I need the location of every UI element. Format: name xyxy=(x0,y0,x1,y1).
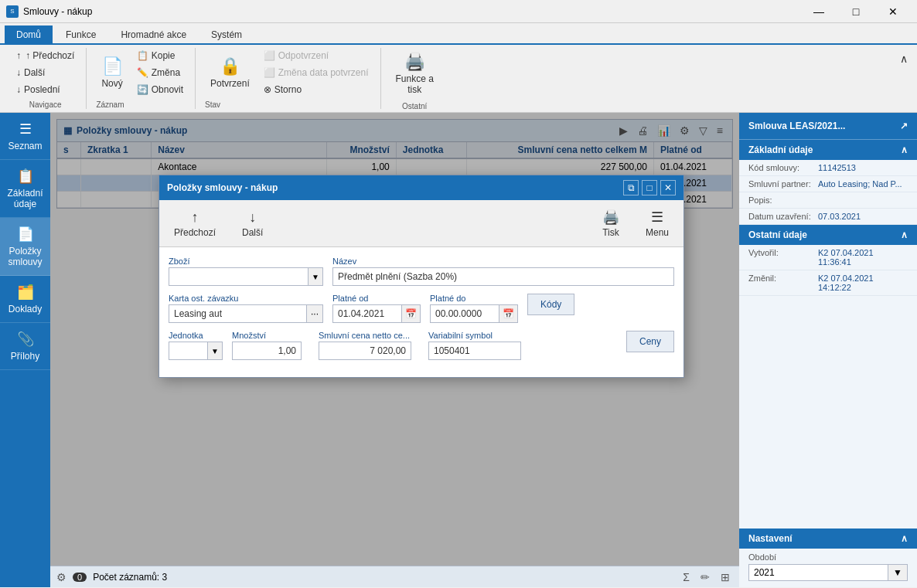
zbozi-input[interactable] xyxy=(169,267,309,286)
rp-obdobi-label-row: Období xyxy=(739,549,917,564)
predchozi-icon: ↑ xyxy=(192,209,199,226)
modal-restore-button[interactable]: ⧉ xyxy=(623,180,639,195)
mnozstvi-input[interactable] xyxy=(232,342,302,360)
status-export-btn[interactable]: ⊞ xyxy=(718,569,733,585)
platne-od-calendar-btn[interactable]: 📅 xyxy=(402,304,421,323)
zbozi-chevron[interactable]: ▼ xyxy=(309,267,323,286)
sidebar-item-polozky[interactable]: 📄 Položkysmlouvy xyxy=(0,218,50,276)
karta-label: Karta ost. závazku xyxy=(169,294,323,303)
rp-zakladni-header: Základní údaje ∧ xyxy=(739,140,917,160)
sidebar-item-prilohy[interactable]: 📎 Přílohy xyxy=(0,323,50,370)
title-bar: S Smlouvy - nákup — □ ✕ xyxy=(0,0,917,23)
rp-title: Smlouva LEAS/2021... ↗ xyxy=(739,113,917,140)
sidebar-item-zakladni[interactable]: 📋 Základníúdaje xyxy=(0,160,50,218)
predchozi-button[interactable]: ↑ ↑ Předchozí xyxy=(11,48,80,63)
rp-vytvoril-label: Vytvořil: xyxy=(748,248,818,257)
ribbon-group-zaznam: 📄 Nový 📋 Kopie ✏️ Změna 🔄 Obnovit Záznam xyxy=(90,48,196,109)
rp-nastaveni-title: Nastavení xyxy=(748,533,793,544)
modal-close-button[interactable]: ✕ xyxy=(660,180,676,195)
platne-od-input[interactable] xyxy=(332,304,402,323)
rp-nastaveni-collapse[interactable]: ∧ xyxy=(901,533,908,544)
zmena-data-button[interactable]: ⬜ Změna data potvrzení xyxy=(258,65,374,80)
zakladni-icon: 📋 xyxy=(17,168,34,185)
jednotka-chevron[interactable]: ▼ xyxy=(208,342,223,360)
rp-ostatni-header: Ostatní údaje ∧ xyxy=(739,225,917,245)
var-symbol-input[interactable] xyxy=(428,342,521,360)
minimize-button[interactable]: — xyxy=(801,0,837,23)
funkce-tisk-button[interactable]: 🖨️ Funkce atisk xyxy=(390,48,439,99)
jednotka-input[interactable] xyxy=(169,342,208,360)
tisk-icon: 🖨️ xyxy=(404,52,425,72)
platne-do-input[interactable] xyxy=(430,304,499,323)
right-panel: Smlouva LEAS/2021... ↗ Základní údaje ∧ … xyxy=(739,113,917,587)
tab-funkce[interactable]: Funkce xyxy=(54,25,107,43)
status-text: Počet záznamů: 3 xyxy=(93,572,167,583)
tab-domu[interactable]: Domů xyxy=(5,25,53,43)
maximize-button[interactable]: □ xyxy=(838,0,874,23)
rp-row-datum: Datum uzavření: 07.03.2021 xyxy=(739,209,917,225)
rp-row-zmenil: Změnil: K2 07.04.2021 14:12:22 xyxy=(739,270,917,296)
obdobi-input[interactable] xyxy=(749,565,888,580)
modal-predchozi-button[interactable]: ↑ Předchozí xyxy=(167,206,223,242)
kopie-button[interactable]: 📋 Kopie xyxy=(131,48,189,63)
rp-ostatni-collapse[interactable]: ∧ xyxy=(901,229,908,240)
ceny-button[interactable]: Ceny xyxy=(626,331,674,352)
form-group-zbozi: Zboží ▼ xyxy=(169,257,323,286)
karta-input[interactable] xyxy=(169,304,307,323)
rp-section-nastaveni: Nastavení ∧ Období ▼ xyxy=(739,529,917,587)
cena-input[interactable] xyxy=(319,342,411,360)
rp-obdobi-select-row: ▼ xyxy=(739,564,917,587)
zbozi-input-wrapper: ▼ xyxy=(169,267,323,286)
form-row-1: Zboží ▼ Název xyxy=(169,257,674,286)
zmena-button[interactable]: ✏️ Změna xyxy=(131,65,189,80)
rp-zakladni-collapse[interactable]: ∧ xyxy=(901,144,908,155)
potvrzeni-icon: 🔒 xyxy=(220,56,240,76)
novy-button[interactable]: 📄 Nový xyxy=(96,53,128,93)
odpotvrzeni-button[interactable]: ⬜ Odpotvrzení xyxy=(258,48,374,63)
rp-nastaveni-header: Nastavení ∧ xyxy=(739,529,917,549)
status-sum-btn[interactable]: Σ xyxy=(680,569,693,585)
dalsi-button[interactable]: ↓ Další xyxy=(11,65,80,80)
zaznam-label: Záznam xyxy=(96,97,189,109)
modal-maximize-button[interactable]: □ xyxy=(642,180,657,195)
status-icon: ⚙ xyxy=(56,571,66,583)
rp-datum-value: 07.03.2021 xyxy=(818,212,908,221)
tab-hromadne[interactable]: Hromadné akce xyxy=(109,25,198,43)
platne-do-calendar-btn[interactable]: 📅 xyxy=(499,304,518,323)
sidebar: ☰ Seznam 📋 Základníúdaje 📄 Položkysmlouv… xyxy=(0,113,50,587)
modal-menu-button[interactable]: ☰ Menu xyxy=(639,205,676,242)
close-button[interactable]: ✕ xyxy=(875,0,911,23)
rp-partner-value: Auto Leasing; Nad P... xyxy=(818,179,908,189)
prilohy-icon: 📎 xyxy=(17,331,34,348)
cena-label: Smluvní cena netto ce... xyxy=(319,331,419,340)
modal-toolbar: ↑ Předchozí ↓ Další 🖨️ Tisk ☰ Menu xyxy=(159,200,683,247)
karta-browse-btn[interactable]: ··· xyxy=(307,304,323,323)
nazev-input[interactable] xyxy=(332,267,674,286)
modal-menu-label: Menu xyxy=(646,227,669,238)
obdobi-dropdown-btn[interactable]: ▼ xyxy=(888,565,907,580)
rp-zmenil-label: Změnil: xyxy=(748,274,818,283)
rp-popis-label: Popis: xyxy=(748,195,818,205)
main-layout: ☰ Seznam 📋 Základníúdaje 📄 Položkysmlouv… xyxy=(0,113,917,587)
posledni-button[interactable]: ↓ Poslední xyxy=(11,82,80,97)
kody-button[interactable]: Kódy xyxy=(527,294,574,315)
storno-button[interactable]: ⊗ Storno xyxy=(258,82,374,97)
potvrzeni-button[interactable]: 🔒 Potvrzení xyxy=(205,53,255,93)
rp-kod-value: 11142513 xyxy=(818,163,908,172)
navigace-label: Navigace xyxy=(29,97,62,109)
zakladni-label: Základníúdaje xyxy=(7,188,43,209)
modal-title: Položky smlouvy - nákup xyxy=(167,182,278,193)
form-group-mnozstvi: Množství xyxy=(232,331,309,360)
modal-dalsi-button[interactable]: ↓ Další xyxy=(235,206,270,242)
tab-system[interactable]: Systém xyxy=(199,25,254,43)
jednotka-label: Jednotka xyxy=(169,331,223,340)
sidebar-item-doklady[interactable]: 🗂️ Doklady xyxy=(0,276,50,323)
sidebar-item-seznam[interactable]: ☰ Seznam xyxy=(0,113,50,160)
status-edit-btn[interactable]: ✏ xyxy=(697,569,713,585)
form-group-cena: Smluvní cena netto ce... xyxy=(319,331,419,360)
obnovit-button[interactable]: 🔄 Obnovit xyxy=(131,82,189,97)
modal-tisk-button[interactable]: 🖨️ Tisk xyxy=(595,205,626,242)
ribbon-group-stav: 🔒 Potvrzení ⬜ Odpotvrzení ⬜ Změna data p… xyxy=(199,48,380,109)
ribbon-collapse-button[interactable]: ∧ xyxy=(895,51,912,66)
ostatni-label: Ostatní xyxy=(402,99,427,110)
